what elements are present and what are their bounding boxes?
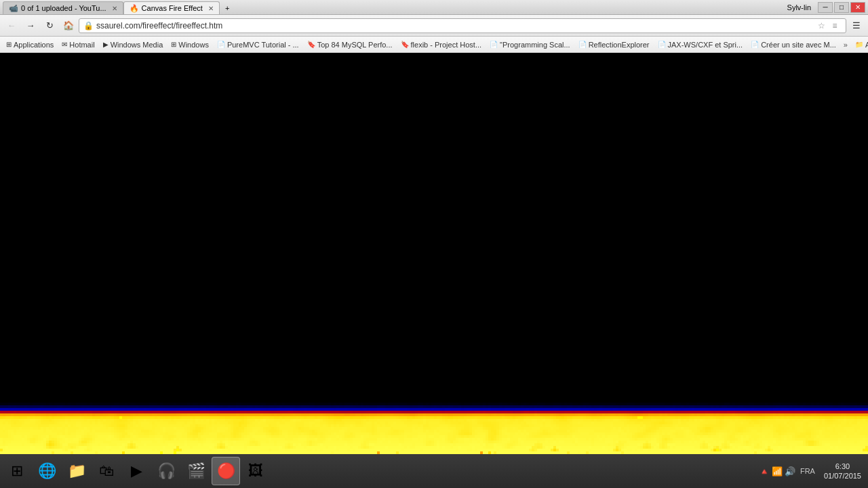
bookmark-autres-icon: 📁 bbox=[855, 41, 863, 48]
bookmark-puremvc[interactable]: 📄 PureMVC Tutorial - ... bbox=[214, 38, 302, 52]
systray: 🔺 📶 🔊 bbox=[759, 466, 795, 476]
bookmark-windows-icon: ⊞ bbox=[171, 41, 176, 48]
address-bar[interactable]: 🔒 ssaurel.com/fireeffect/fireeffect.htm … bbox=[79, 18, 846, 33]
bookmark-applications-label: Applications bbox=[14, 41, 54, 49]
bookmark-hotmail[interactable]: ✉ Hotmail bbox=[58, 38, 98, 52]
taskbar-media[interactable]: ▶ bbox=[122, 457, 151, 485]
bookmarks-more[interactable]: » bbox=[841, 41, 850, 49]
bookmark-reflection-icon: 📄 bbox=[578, 41, 587, 48]
bookmark-reflection[interactable]: 📄 ReflectionExplorer bbox=[575, 38, 653, 52]
bookmark-applications[interactable]: ⊞ Applications bbox=[3, 38, 57, 52]
forward-button[interactable]: → bbox=[22, 18, 39, 34]
taskbar-store[interactable]: 🛍 bbox=[92, 457, 121, 485]
refresh-button[interactable]: ↻ bbox=[41, 18, 58, 34]
clock[interactable]: 6:30 01/07/2015 bbox=[820, 462, 865, 481]
tab-youtube-label: 0 of 1 uploaded - YouTu... bbox=[21, 4, 106, 12]
bookmark-windows-label: Windows bbox=[178, 41, 209, 49]
bookmark-creer-icon: 📄 bbox=[751, 41, 759, 48]
titlebar-tabs: 📹 0 of 1 uploaded - YouTu... ✕ 🔥 Canvas … bbox=[3, 0, 239, 14]
bookmark-scala-icon: 📄 bbox=[490, 41, 498, 48]
bookmark-creer[interactable]: 📄 Créer un site avec M... bbox=[747, 38, 840, 52]
bookmark-reflection-label: ReflectionExplorer bbox=[589, 41, 650, 49]
maximize-button[interactable]: □ bbox=[834, 2, 849, 13]
tab-fire[interactable]: 🔥 Canvas Fire Effect ✕ bbox=[123, 1, 220, 14]
clock-time: 6:30 bbox=[824, 462, 861, 471]
home-button[interactable]: 🏠 bbox=[60, 18, 77, 34]
taskbar-audacity[interactable]: 🎧 bbox=[152, 457, 180, 485]
fire-canvas bbox=[0, 53, 868, 454]
bookmark-puremvc-icon: 📄 bbox=[217, 41, 225, 48]
tray-icon-1[interactable]: 🔺 bbox=[759, 466, 770, 476]
bookmark-puremvc-label: PureMVC Tutorial - ... bbox=[227, 41, 299, 49]
tab-youtube-icon: 📹 bbox=[9, 4, 18, 13]
lock-icon: 🔒 bbox=[83, 21, 94, 30]
bookmark-flexib-label: flexib - Project Host... bbox=[411, 41, 482, 49]
tab-fire-icon: 🔥 bbox=[130, 4, 139, 13]
bookmark-scala[interactable]: 📄 "Programming Scal... bbox=[486, 38, 574, 52]
settings-button[interactable]: ☰ bbox=[848, 18, 865, 34]
bookmark-applications-icon: ⊞ bbox=[6, 41, 12, 48]
taskbar-chrome[interactable]: 🔴 bbox=[212, 457, 240, 485]
tray-icon-network[interactable]: 📶 bbox=[772, 466, 783, 476]
new-tab-button[interactable]: + bbox=[220, 1, 239, 14]
bookmark-creer-label: Créer un site avec M... bbox=[761, 41, 836, 49]
bookmark-jax-label: JAX-WS/CXF et Spri... bbox=[668, 41, 743, 49]
bookmark-flexib-icon: 🔖 bbox=[401, 41, 409, 48]
taskbar-film[interactable]: 🎬 bbox=[182, 457, 210, 485]
start-button[interactable]: ⊞ bbox=[3, 457, 31, 485]
star-button[interactable]: ☆ bbox=[814, 19, 828, 33]
titlebar-controls: ─ □ ✕ bbox=[818, 2, 865, 13]
bookmark-autres[interactable]: 📁 Autres favoris bbox=[852, 38, 868, 52]
new-tab-icon: + bbox=[225, 4, 229, 12]
bookmark-mysql-icon: 🔖 bbox=[307, 41, 315, 48]
taskbar: ⊞ 🌐 📁 🛍 ▶ 🎧 🎬 🔴 🖼 🔺 📶 🔊 FRA 6:30 01/07/2… bbox=[0, 454, 868, 488]
reader-button[interactable]: ≡ bbox=[828, 19, 842, 33]
taskbar-photo[interactable]: 🖼 bbox=[241, 457, 270, 485]
minimize-button[interactable]: ─ bbox=[818, 2, 833, 13]
tab-fire-close[interactable]: ✕ bbox=[208, 5, 214, 12]
bookmark-scala-label: "Programming Scal... bbox=[500, 41, 570, 49]
bookmark-windows[interactable]: ⊞ Windows bbox=[167, 38, 212, 52]
tab-youtube[interactable]: 📹 0 of 1 uploaded - YouTu... ✕ bbox=[3, 1, 123, 14]
bookmark-hotmail-icon: ✉ bbox=[62, 41, 67, 48]
navbar: ← → ↻ 🏠 🔒 ssaurel.com/fireeffect/fireeff… bbox=[0, 15, 868, 37]
tab-youtube-close[interactable]: ✕ bbox=[112, 5, 117, 12]
taskbar-right: 🔺 📶 🔊 FRA 6:30 01/07/2015 bbox=[759, 454, 865, 488]
bookmark-flexib[interactable]: 🔖 flexib - Project Host... bbox=[397, 38, 486, 52]
back-button[interactable]: ← bbox=[3, 18, 20, 34]
address-text: ssaurel.com/fireeffect/fireeffect.htm bbox=[96, 21, 814, 30]
bookmark-windowsmedia-icon: ▶ bbox=[103, 41, 108, 48]
user-label: Sylv-lin bbox=[787, 3, 811, 12]
taskbar-ie[interactable]: 🌐 bbox=[33, 457, 61, 485]
bookmark-autres-label: Autres favoris bbox=[865, 41, 868, 49]
tab-fire-label: Canvas Fire Effect bbox=[142, 4, 203, 12]
bookmark-windowsmedia[interactable]: ▶ Windows Media bbox=[100, 38, 167, 52]
language-button[interactable]: FRA bbox=[798, 466, 817, 476]
bookmark-mysql-label: Top 84 MySQL Perfo... bbox=[317, 41, 393, 49]
bookmark-jax[interactable]: 📄 JAX-WS/CXF et Spri... bbox=[654, 38, 747, 52]
tray-icon-volume[interactable]: 🔊 bbox=[785, 466, 795, 476]
bookmark-windowsmedia-label: Windows Media bbox=[111, 41, 163, 49]
bookmark-hotmail-label: Hotmail bbox=[69, 41, 94, 49]
bookmark-mysql[interactable]: 🔖 Top 84 MySQL Perfo... bbox=[304, 38, 396, 52]
page-content bbox=[0, 53, 868, 454]
bookmark-jax-icon: 📄 bbox=[658, 41, 666, 48]
taskbar-files[interactable]: 📁 bbox=[62, 457, 91, 485]
clock-date: 01/07/2015 bbox=[824, 471, 861, 481]
bookmarks-bar: ⊞ Applications ✉ Hotmail ▶ Windows Media… bbox=[0, 37, 868, 53]
close-button[interactable]: ✕ bbox=[850, 2, 865, 13]
titlebar: 📹 0 of 1 uploaded - YouTu... ✕ 🔥 Canvas … bbox=[0, 0, 868, 15]
